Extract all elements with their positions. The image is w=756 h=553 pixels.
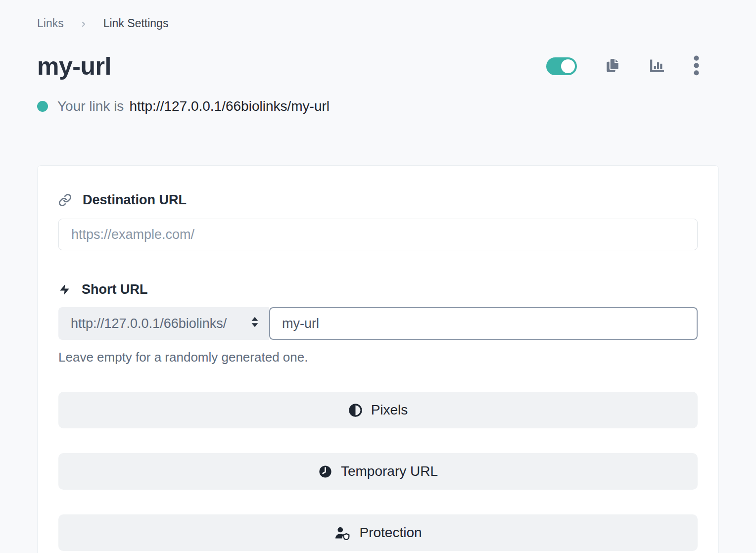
short-url-label-row: Short URL bbox=[58, 282, 698, 297]
clock-icon bbox=[318, 464, 332, 479]
domain-select-value: http://127.0.0.1/66biolinks/ bbox=[71, 316, 227, 331]
select-arrows-icon bbox=[250, 316, 259, 332]
section-buttons: Pixels Temporary URL bbox=[58, 392, 698, 551]
status-dot-icon bbox=[37, 101, 48, 112]
link-settings-card: Destination URL Short URL http://127.0.0… bbox=[37, 165, 719, 553]
short-url-label: Short URL bbox=[82, 282, 147, 297]
status-prefix: Your link is bbox=[57, 98, 124, 114]
toggle-knob bbox=[561, 59, 575, 73]
link-enabled-toggle[interactable] bbox=[546, 57, 577, 75]
protection-button[interactable]: Protection bbox=[58, 514, 698, 551]
breadcrumb-links[interactable]: Links bbox=[37, 17, 64, 30]
kebab-menu-icon bbox=[694, 55, 699, 78]
link-status-line: Your link is http://127.0.0.1/66biolinks… bbox=[37, 98, 719, 114]
copy-icon bbox=[605, 57, 620, 75]
link-settings-page: Links Link Settings my-url bbox=[0, 0, 756, 553]
short-url-input[interactable] bbox=[269, 307, 698, 340]
breadcrumb: Links Link Settings bbox=[37, 17, 719, 30]
statistics-button[interactable] bbox=[649, 58, 665, 75]
pixels-button-label: Pixels bbox=[371, 402, 408, 418]
page-header: my-url bbox=[37, 52, 719, 81]
page-title: my-url bbox=[37, 52, 111, 81]
more-options-button[interactable] bbox=[694, 55, 699, 78]
breadcrumb-link-settings: Link Settings bbox=[103, 17, 169, 30]
copy-link-button[interactable] bbox=[605, 57, 620, 75]
bar-chart-icon bbox=[649, 58, 665, 75]
contrast-half-circle-icon bbox=[348, 403, 363, 417]
header-controls bbox=[546, 55, 719, 78]
short-url-row: http://127.0.0.1/66biolinks/ bbox=[58, 307, 698, 340]
short-link-url[interactable]: http://127.0.0.1/66biolinks/my-url bbox=[129, 98, 330, 114]
destination-url-label-row: Destination URL bbox=[58, 192, 698, 208]
temporary-url-button-label: Temporary URL bbox=[341, 463, 438, 479]
user-shield-icon bbox=[334, 526, 351, 540]
protection-button-label: Protection bbox=[359, 525, 422, 541]
link-chain-icon bbox=[58, 193, 72, 207]
temporary-url-button[interactable]: Temporary URL bbox=[58, 453, 698, 490]
destination-url-input[interactable] bbox=[58, 219, 698, 250]
chevron-right-icon bbox=[80, 20, 88, 28]
short-url-helper-text: Leave empty for a randomly generated one… bbox=[58, 350, 698, 365]
destination-url-label: Destination URL bbox=[83, 192, 187, 208]
lightning-bolt-icon bbox=[58, 283, 71, 296]
pixels-button[interactable]: Pixels bbox=[58, 392, 698, 428]
domain-select[interactable]: http://127.0.0.1/66biolinks/ bbox=[58, 307, 269, 340]
